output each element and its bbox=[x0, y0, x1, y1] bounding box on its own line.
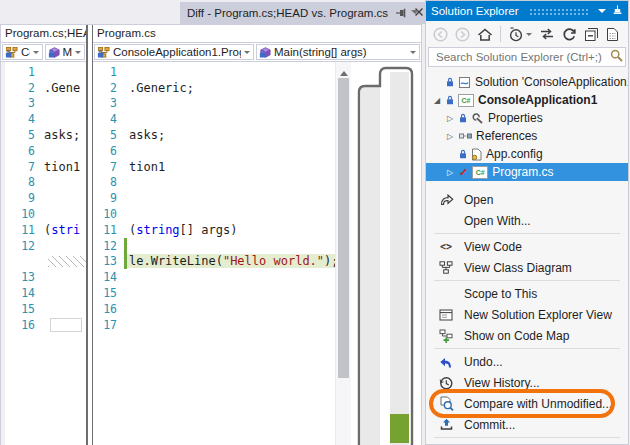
tree-item-properties[interactable]: ▷Properties bbox=[426, 109, 628, 127]
menu-item-scope-to-this[interactable]: Scope to This bbox=[426, 283, 628, 304]
left-type-dropdown-value: ConsoleApplication1.Program bbox=[21, 46, 30, 58]
collapse-arrow-icon[interactable]: ◢ bbox=[432, 96, 442, 105]
change-bar-gutter bbox=[124, 206, 127, 222]
lock-icon bbox=[459, 113, 467, 123]
line-number: 11 bbox=[5, 223, 42, 237]
left-type-dropdown[interactable]: ConsoleApplication1.Program bbox=[2, 44, 43, 60]
class-icon bbox=[98, 47, 110, 58]
tree-item-consoleapplication1[interactable]: ◢C#ConsoleApplication1 bbox=[426, 91, 628, 109]
home-button[interactable] bbox=[477, 27, 493, 42]
code-line: 7tion1 bbox=[93, 159, 335, 175]
chevron-down-icon bbox=[75, 51, 81, 57]
history-icon bbox=[437, 376, 455, 390]
left-member-dropdown[interactable]: Main(string[] args) bbox=[45, 44, 86, 60]
menu-item-view-class-diagram[interactable]: View Class Diagram bbox=[426, 257, 628, 278]
right-member-dropdown[interactable]: Main(string[] args) bbox=[256, 44, 420, 60]
expand-arrow-icon[interactable]: ▷ bbox=[445, 132, 455, 141]
code-text: asks; bbox=[42, 128, 80, 142]
pin-icon[interactable] bbox=[612, 4, 623, 18]
sync-with-active-document-button[interactable] bbox=[539, 27, 555, 41]
search-icon[interactable] bbox=[610, 48, 623, 66]
tree-item-label: Program.cs bbox=[492, 165, 553, 179]
change-bar-gutter bbox=[124, 301, 127, 317]
tree-item-program-cs[interactable]: ▷✓C#Program.cs bbox=[426, 163, 628, 181]
line-number: 3 bbox=[5, 96, 42, 110]
end-of-file-box bbox=[50, 318, 82, 332]
left-editor[interactable]: 12.Gene345asks;67tion1891011(stri1213141… bbox=[1, 62, 86, 445]
tree-item-app-config[interactable]: App.config bbox=[426, 145, 628, 163]
panel-title: Solution Explorer bbox=[431, 5, 519, 17]
menu-item-label: Scope to This bbox=[464, 287, 537, 301]
scroll-up-icon[interactable] bbox=[340, 67, 348, 76]
menu-item-label: Compare with Unmodified... bbox=[464, 397, 612, 411]
line-number: 5 bbox=[93, 128, 124, 142]
expand-arrow-icon[interactable]: ▷ bbox=[445, 168, 455, 177]
diff-pane-splitter[interactable] bbox=[86, 25, 93, 445]
line-number: 14 bbox=[5, 286, 42, 300]
collapse-all-button[interactable] bbox=[584, 27, 599, 42]
code-line: 17 bbox=[93, 317, 335, 333]
diff-right-pane: Program.cs ConsoleApplication1.Program bbox=[93, 25, 421, 445]
tree-item-label: Solution 'ConsoleApplication1' (1 pr bbox=[475, 75, 628, 89]
code-line: 1 bbox=[5, 64, 86, 80]
code-text: tion1 bbox=[127, 160, 165, 174]
diff-hatch-pattern bbox=[48, 256, 86, 267]
document-tab-title: Diff - Program.cs;HEAD vs. Program.cs bbox=[187, 7, 388, 19]
menu-item-label: Undo... bbox=[464, 355, 503, 369]
switch-views-button[interactable] bbox=[508, 27, 532, 42]
forward-button[interactable] bbox=[455, 27, 470, 42]
menu-item-label: View History... bbox=[464, 376, 540, 390]
line-number: 9 bbox=[5, 191, 42, 205]
pin-icon[interactable] bbox=[395, 7, 407, 19]
code-line: 9 bbox=[5, 190, 86, 206]
scrollbar-thumb[interactable] bbox=[338, 78, 349, 378]
menu-item-undo[interactable]: Undo... bbox=[426, 351, 628, 372]
code-line: 14 bbox=[5, 285, 86, 301]
tree-item-solution-consoleapplication1-1-pr[interactable]: Solution 'ConsoleApplication1' (1 pr bbox=[426, 73, 628, 91]
change-bar-gutter bbox=[124, 285, 127, 301]
code-line: 3 bbox=[93, 96, 335, 112]
refresh-button[interactable] bbox=[562, 27, 577, 42]
menu-item-label: View Code bbox=[464, 240, 522, 254]
search-box[interactable] bbox=[428, 47, 626, 67]
overview-callout-outline bbox=[351, 62, 421, 445]
menu-item-new-solution-explorer-view[interactable]: New Solution Explorer View bbox=[426, 304, 628, 325]
document-list-caret-icon[interactable] bbox=[411, 10, 419, 18]
line-number: 8 bbox=[93, 175, 124, 189]
show-all-files-button[interactable] bbox=[606, 27, 619, 42]
right-type-dropdown[interactable]: ConsoleApplication1.Program bbox=[94, 44, 254, 60]
search-input[interactable] bbox=[434, 50, 610, 64]
menu-item-label: New Solution Explorer View bbox=[464, 308, 612, 322]
solution-explorer-toolbar bbox=[426, 21, 628, 47]
back-button[interactable] bbox=[433, 27, 448, 42]
vertical-scrollbar[interactable] bbox=[335, 62, 351, 445]
references-icon bbox=[459, 131, 472, 141]
right-pane-filename: Program.cs bbox=[93, 25, 421, 43]
window-position-caret-icon[interactable] bbox=[598, 9, 606, 17]
menu-item-show-on-code-map[interactable]: Show on Code Map bbox=[426, 325, 628, 346]
tree-item-label: References bbox=[476, 129, 537, 143]
line-number: 8 bbox=[5, 175, 42, 189]
expand-arrow-icon[interactable]: ▷ bbox=[445, 114, 455, 123]
code-line: 4 bbox=[93, 111, 335, 127]
menu-item-compare-with-unmodified[interactable]: Compare with Unmodified... bbox=[426, 393, 628, 414]
solution-tree: Solution 'ConsoleApplication1' (1 pr◢C#C… bbox=[426, 73, 628, 181]
menu-item-view-history[interactable]: View History... bbox=[426, 372, 628, 393]
line-number: 16 bbox=[93, 302, 124, 316]
code-line: 8 bbox=[5, 175, 86, 191]
tree-item-references[interactable]: ▷References bbox=[426, 127, 628, 145]
menu-item-view-code[interactable]: <>View Code bbox=[426, 236, 628, 257]
code-line: 15 bbox=[5, 301, 86, 317]
solution-icon bbox=[458, 76, 471, 89]
line-number: 10 bbox=[93, 207, 124, 221]
menu-item-open[interactable]: Open bbox=[426, 189, 628, 210]
diff-document-tab[interactable]: Diff - Program.cs;HEAD vs. Program.cs bbox=[180, 2, 431, 24]
menu-item-commit[interactable]: Commit... bbox=[426, 414, 628, 435]
class-icon bbox=[6, 47, 18, 58]
menu-item-open-with[interactable]: Open With... bbox=[426, 210, 628, 231]
solution-explorer-title-bar[interactable]: Solution Explorer bbox=[426, 1, 628, 21]
right-editor[interactable]: 12.Generic;345asks;67tion1891011(string[… bbox=[93, 62, 421, 445]
wrench-icon bbox=[471, 112, 484, 124]
commit-icon bbox=[437, 418, 455, 431]
config-icon bbox=[471, 148, 482, 161]
